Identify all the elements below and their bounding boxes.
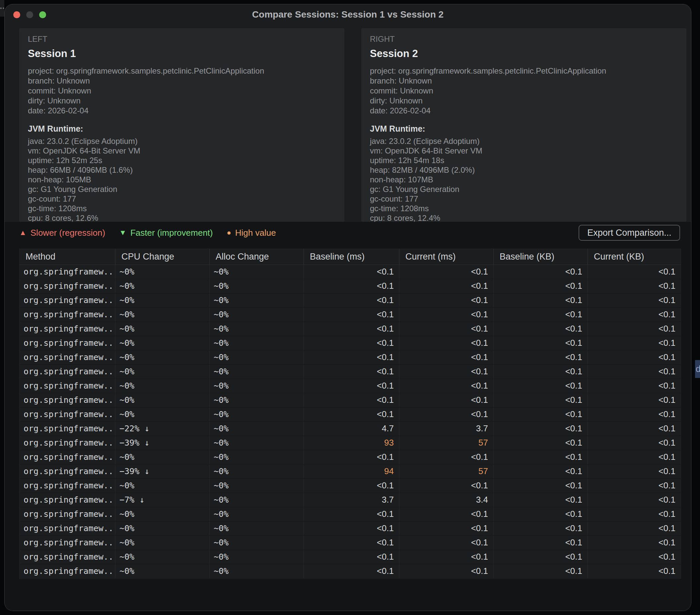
cell-cpu: ~0% bbox=[115, 536, 210, 550]
cell-baseline_ms: <0.1 bbox=[304, 350, 399, 364]
cell-method: org.springframew... bbox=[20, 393, 115, 407]
cell-alloc: ~0% bbox=[210, 493, 304, 507]
cell-cpu: ~0% bbox=[115, 265, 210, 279]
cell-alloc: ~0% bbox=[210, 322, 304, 336]
column-header[interactable]: Method bbox=[20, 249, 115, 265]
cell-baseline_ms: <0.1 bbox=[304, 564, 399, 578]
cell-alloc: ~0% bbox=[210, 522, 304, 536]
session-detail-line: date: 2026-02-04 bbox=[28, 106, 336, 116]
session-title: Session 1 bbox=[28, 48, 336, 60]
table-row[interactable]: org.springframew...~0%~0%<0.1<0.1<0.1<0.… bbox=[20, 578, 681, 579]
cell-baseline_kb: <0.1 bbox=[493, 365, 588, 379]
column-header[interactable]: Alloc Change bbox=[210, 249, 304, 265]
cell-current_kb: <0.1 bbox=[588, 550, 681, 564]
legend-label: Slower (regression) bbox=[30, 228, 105, 238]
table-row[interactable]: org.springframew...~0%~0%<0.1<0.1<0.1<0.… bbox=[20, 350, 681, 365]
cell-method: org.springframew... bbox=[20, 550, 115, 564]
cell-baseline_ms: <0.1 bbox=[304, 578, 399, 579]
table-row[interactable]: org.springframew...~0%~0%<0.1<0.1<0.1<0.… bbox=[20, 293, 681, 308]
session-panel-left: LEFT Session 1 project: org.springframew… bbox=[19, 28, 345, 222]
background-window-right-sliver: d bbox=[695, 360, 700, 378]
table-row[interactable]: org.springframew...~0%~0%<0.1<0.1<0.1<0.… bbox=[20, 564, 681, 578]
cell-current_kb: <0.1 bbox=[588, 408, 681, 421]
cell-baseline_kb: <0.1 bbox=[493, 350, 588, 364]
side-label: RIGHT bbox=[370, 35, 678, 43]
export-comparison-button[interactable]: Export Comparison... bbox=[578, 225, 680, 241]
cell-baseline_ms: <0.1 bbox=[304, 450, 399, 464]
cell-cpu: −22% ↓ bbox=[115, 422, 210, 436]
column-header[interactable]: CPU Change bbox=[115, 249, 210, 265]
jvm-detail-line: gc-count: 177 bbox=[370, 194, 678, 204]
cell-baseline_kb: <0.1 bbox=[493, 493, 588, 507]
table-row[interactable]: org.springframew...−7% ↓~0%3.73.4<0.1<0.… bbox=[20, 493, 681, 507]
table-row[interactable]: org.springframew...~0%~0%<0.1<0.1<0.1<0.… bbox=[20, 336, 681, 350]
cell-baseline_ms: <0.1 bbox=[304, 293, 399, 307]
cell-baseline_ms: <0.1 bbox=[304, 336, 399, 350]
jvm-detail-line: heap: 82MB / 4096MB (2.0%) bbox=[370, 165, 678, 175]
session-detail-line: project: org.springframework.samples.pet… bbox=[370, 66, 678, 76]
comparison-table: MethodCPU ChangeAlloc ChangeBaseline (ms… bbox=[19, 249, 681, 579]
table-row[interactable]: org.springframew...~0%~0%<0.1<0.1<0.1<0.… bbox=[20, 279, 681, 293]
cell-baseline_kb: <0.1 bbox=[493, 265, 588, 279]
table-row[interactable]: org.springframew...−39% ↓~0%9457<0.1<0.1 bbox=[20, 464, 681, 479]
column-header[interactable]: Current (KB) bbox=[588, 249, 681, 265]
cell-method: org.springframew... bbox=[20, 436, 115, 450]
column-header[interactable]: Current (ms) bbox=[399, 249, 493, 265]
cell-baseline_ms: <0.1 bbox=[304, 265, 399, 279]
cell-method: org.springframew... bbox=[20, 322, 115, 336]
cell-current_ms: <0.1 bbox=[399, 536, 493, 550]
column-header[interactable]: Baseline (KB) bbox=[493, 249, 588, 265]
session-detail-line: dirty: Unknown bbox=[370, 96, 678, 106]
table-row[interactable]: org.springframew...~0%~0%<0.1<0.1<0.1<0.… bbox=[20, 507, 681, 522]
table-row[interactable]: org.springframew...~0%~0%<0.1<0.1<0.1<0.… bbox=[20, 479, 681, 493]
compare-sessions-dialog: Compare Sessions: Session 1 vs Session 2… bbox=[4, 4, 691, 611]
column-header[interactable]: Baseline (ms) bbox=[304, 249, 399, 265]
table-row[interactable]: org.springframew...~0%~0%<0.1<0.1<0.1<0.… bbox=[20, 450, 681, 464]
table-row[interactable]: org.springframew...~0%~0%<0.1<0.1<0.1<0.… bbox=[20, 379, 681, 393]
cell-alloc: ~0% bbox=[210, 550, 304, 564]
table-row[interactable]: org.springframew...−39% ↓~0%9357<0.1<0.1 bbox=[20, 436, 681, 450]
cell-cpu: ~0% bbox=[115, 279, 210, 293]
cell-baseline_kb: <0.1 bbox=[493, 436, 588, 450]
cell-alloc: ~0% bbox=[210, 507, 304, 521]
titlebar: Compare Sessions: Session 1 vs Session 2 bbox=[5, 4, 691, 25]
cell-cpu: −7% ↓ bbox=[115, 493, 210, 507]
cell-current_ms: <0.1 bbox=[399, 265, 493, 279]
cell-current_ms: <0.1 bbox=[399, 507, 493, 521]
cell-baseline_kb: <0.1 bbox=[493, 507, 588, 521]
cell-baseline_kb: <0.1 bbox=[493, 393, 588, 407]
session-detail-line: commit: Unknown bbox=[370, 86, 678, 96]
cell-baseline_ms: 4.7 bbox=[304, 422, 399, 436]
high-value-dot-icon: ● bbox=[227, 228, 231, 237]
table-row[interactable]: org.springframew...~0%~0%<0.1<0.1<0.1<0.… bbox=[20, 265, 681, 279]
cell-alloc: ~0% bbox=[210, 479, 304, 493]
cell-alloc: ~0% bbox=[210, 422, 304, 436]
table-row[interactable]: org.springframew...~0%~0%<0.1<0.1<0.1<0.… bbox=[20, 393, 681, 408]
table-row[interactable]: org.springframew...~0%~0%<0.1<0.1<0.1<0.… bbox=[20, 550, 681, 564]
session-title: Session 2 bbox=[370, 48, 678, 60]
jvm-runtime-details: java: 23.0.2 (Eclipse Adoptium)vm: OpenJ… bbox=[28, 136, 336, 222]
cell-baseline_ms: <0.1 bbox=[304, 322, 399, 336]
cell-current_ms: <0.1 bbox=[399, 450, 493, 464]
cell-baseline_ms: <0.1 bbox=[304, 408, 399, 421]
table-row[interactable]: org.springframew...~0%~0%<0.1<0.1<0.1<0.… bbox=[20, 308, 681, 322]
cell-current_ms: <0.1 bbox=[399, 408, 493, 421]
table-row[interactable]: org.springframew...~0%~0%<0.1<0.1<0.1<0.… bbox=[20, 408, 681, 422]
cell-cpu: ~0% bbox=[115, 293, 210, 307]
table-row[interactable]: org.springframew...~0%~0%<0.1<0.1<0.1<0.… bbox=[20, 322, 681, 336]
cell-method: org.springframew... bbox=[20, 522, 115, 536]
cell-baseline_ms: <0.1 bbox=[304, 365, 399, 379]
cell-method: org.springframew... bbox=[20, 308, 115, 322]
cell-current_ms: <0.1 bbox=[399, 279, 493, 293]
table-row[interactable]: org.springframew...~0%~0%<0.1<0.1<0.1<0.… bbox=[20, 522, 681, 536]
jvm-detail-line: java: 23.0.2 (Eclipse Adoptium) bbox=[28, 136, 336, 146]
cell-cpu: ~0% bbox=[115, 365, 210, 379]
cell-current_ms: <0.1 bbox=[399, 479, 493, 493]
cell-current_kb: <0.1 bbox=[588, 450, 681, 464]
cell-baseline_ms: <0.1 bbox=[304, 308, 399, 322]
table-row[interactable]: org.springframew...−22% ↓~0%4.73.7<0.1<0… bbox=[20, 422, 681, 436]
table-row[interactable]: org.springframew...~0%~0%<0.1<0.1<0.1<0.… bbox=[20, 365, 681, 379]
table-row[interactable]: org.springframew...~0%~0%<0.1<0.1<0.1<0.… bbox=[20, 536, 681, 550]
cell-current_ms: <0.1 bbox=[399, 393, 493, 407]
comparison-section: ▲Slower (regression)▼Faster (improvement… bbox=[5, 222, 691, 611]
